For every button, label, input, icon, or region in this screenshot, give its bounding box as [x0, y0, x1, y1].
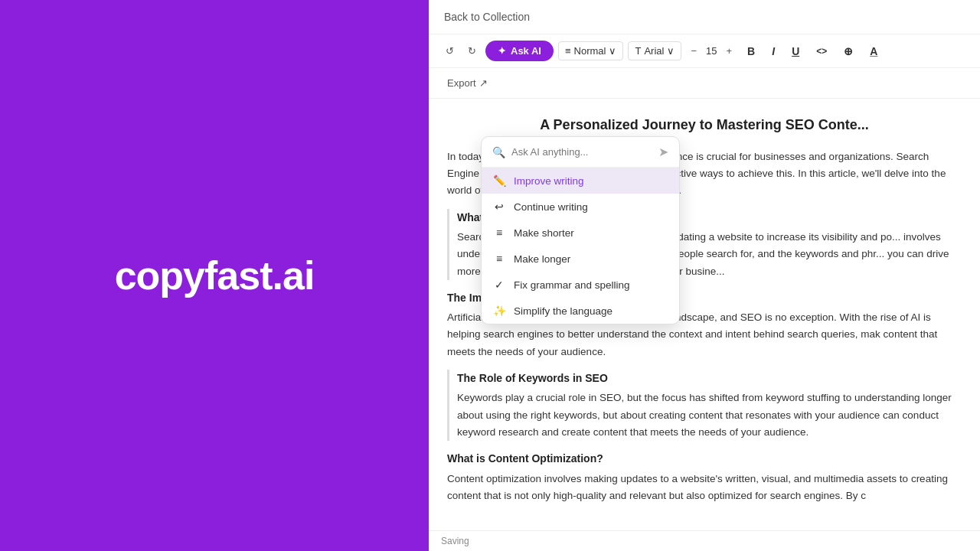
toolbar: ↺ ↻ ✦ Ask AI ≡ Normal ∨ T Arial ∨ − 15 +…: [429, 34, 980, 68]
dropdown-item-make-longer[interactable]: ≡Make longer: [482, 246, 679, 272]
brand-area: copyfast.ai: [0, 0, 429, 551]
font-chevron-down-icon: ∨: [667, 45, 675, 57]
bold-button[interactable]: B: [741, 42, 761, 60]
doc-section-3-text: Keywords play a crucial role in SEO, but…: [457, 390, 962, 441]
ask-ai-button[interactable]: ✦ Ask AI: [485, 41, 554, 61]
back-to-collection-link[interactable]: Back to Collection: [444, 11, 530, 23]
font-size-decrease-button[interactable]: −: [686, 42, 701, 60]
brand-logo: copyfast.ai: [115, 253, 315, 298]
doc-section-4-title: What is Content Optimization?: [447, 450, 962, 467]
editor-area: Back to Collection ↺ ↻ ✦ Ask AI ≡ Normal…: [429, 0, 980, 551]
font-size-display: 15: [706, 45, 717, 57]
fix-grammar-icon: ✓: [492, 279, 506, 291]
make-shorter-icon: ≡: [492, 227, 506, 239]
doc-section-4-text: Content optimization involves making upd…: [447, 471, 962, 505]
doc-section-3: The Role of Keywords in SEO Keywords pla…: [447, 370, 962, 441]
font-select[interactable]: T Arial ∨: [628, 41, 681, 60]
dropdown-item-improve-writing[interactable]: ✏️Improve writing: [482, 168, 679, 194]
continue-writing-icon: ↩: [492, 201, 506, 213]
share-icon: ↗: [479, 77, 488, 89]
saving-status: Saving: [441, 536, 469, 546]
export-bar: Export ↗: [429, 68, 980, 99]
simplify-language-icon: ✨: [492, 305, 506, 317]
fix-grammar-label: Fix grammar and spelling: [514, 279, 630, 291]
chevron-down-icon: ∨: [609, 45, 616, 57]
top-bar: Back to Collection: [429, 0, 980, 34]
link-button[interactable]: ⊕: [838, 42, 859, 60]
ai-search-bar: 🔍 ➤: [482, 137, 679, 168]
improve-writing-icon: ✏️: [492, 174, 506, 187]
dropdown-item-continue-writing[interactable]: ↩Continue writing: [482, 194, 679, 220]
ask-ai-icon: ✦: [498, 45, 506, 57]
make-longer-icon: ≡: [492, 253, 506, 265]
italic-button[interactable]: I: [766, 42, 781, 60]
dropdown-item-make-shorter[interactable]: ≡Make shorter: [482, 220, 679, 246]
doc-section-4: What is Content Optimization? Content op…: [447, 450, 962, 504]
ai-dropdown: 🔍 ➤ ✏️Improve writing↩Continue writing≡M…: [481, 136, 680, 324]
dropdown-item-simplify-language[interactable]: ✨Simplify the language: [482, 298, 679, 324]
document-title: A Personalized Journey to Mastering SEO …: [447, 114, 962, 136]
paragraph-style-select[interactable]: ≡ Normal ∨: [558, 41, 624, 60]
status-bar: Saving: [429, 530, 980, 551]
continue-writing-label: Continue writing: [514, 201, 588, 213]
make-longer-label: Make longer: [514, 253, 570, 265]
font-size-increase-button[interactable]: +: [722, 42, 737, 60]
code-button[interactable]: <>: [810, 43, 833, 60]
improve-writing-label: Improve writing: [514, 175, 584, 187]
undo-button[interactable]: ↺: [441, 42, 459, 60]
redo-button[interactable]: ↻: [463, 42, 481, 60]
paragraph-style-icon: ≡: [565, 45, 571, 57]
ai-search-input[interactable]: [511, 146, 652, 158]
underline-button[interactable]: U: [786, 42, 805, 60]
font-color-button[interactable]: A: [864, 42, 884, 60]
simplify-language-label: Simplify the language: [514, 305, 612, 317]
dropdown-items-list: ✏️Improve writing↩Continue writing≡Make …: [482, 168, 679, 324]
doc-section-3-title: The Role of Keywords in SEO: [457, 370, 962, 386]
make-shorter-label: Make shorter: [514, 227, 574, 239]
export-button[interactable]: Export ↗: [441, 74, 494, 92]
search-icon: 🔍: [492, 146, 505, 158]
dropdown-item-fix-grammar[interactable]: ✓Fix grammar and spelling: [482, 272, 679, 298]
ai-send-button[interactable]: ➤: [658, 145, 668, 159]
font-icon: T: [635, 45, 641, 57]
